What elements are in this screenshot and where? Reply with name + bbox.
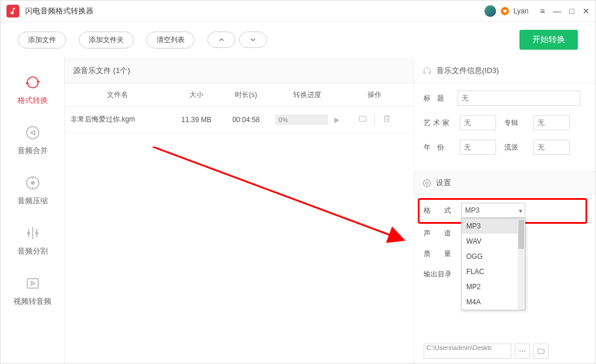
start-convert-button[interactable]: 开始转换 (519, 30, 578, 50)
label-output: 输出目录 (424, 269, 461, 279)
label-channel: 声 道 (424, 228, 461, 238)
play-icon[interactable]: ▶ (334, 116, 339, 124)
col-duration: 时长(s) (223, 90, 269, 100)
toolbar: 添加文件 添加文件夹 清空列表 开始转换 (1, 22, 595, 58)
sidebar-item-format-convert[interactable]: 格式转换 (1, 66, 64, 116)
clear-list-button[interactable]: 清空列表 (147, 32, 195, 48)
table-row[interactable]: 非常后悔爱过你.kgm 11.39 MB 00:04:58 0% ▶ (65, 107, 414, 133)
label-album: 专辑 (504, 118, 525, 128)
file-list-panel: 源音乐文件 (1个) 文件名 大小 时长(s) 转换进度 操作 非常后悔爱过你.… (65, 58, 414, 364)
cell-progress: 0% ▶ (269, 115, 345, 125)
col-size: 大小 (170, 90, 223, 100)
move-down-button[interactable] (239, 32, 267, 48)
settings-heading: 设置 (414, 171, 595, 195)
label-quality: 质 量 (424, 249, 461, 259)
dropdown-scrollbar[interactable] (518, 219, 525, 310)
output-path-field[interactable]: C:\Users\admin\Desktc (424, 344, 511, 359)
dropdown-option[interactable]: MP2 (462, 279, 525, 294)
label-year: 年 份 (424, 143, 452, 152)
menu-icon[interactable]: ≡ (540, 6, 545, 16)
gear-icon (422, 179, 431, 188)
avatar (484, 5, 496, 17)
sidebar-item-audio-compress[interactable]: 音频压缩 (1, 167, 64, 217)
format-select[interactable]: MP3 ▾ (461, 203, 525, 218)
cell-size: 11.39 MB (170, 116, 223, 124)
dropdown-option[interactable]: WAV (462, 234, 525, 249)
user-area[interactable]: Lyan (484, 5, 529, 17)
label-title: 标 题 (424, 93, 452, 103)
year-field[interactable] (460, 140, 496, 155)
maximize-icon[interactable]: □ (570, 6, 574, 16)
titlebar: 闪电音频格式转换器 Lyan ≡ — □ ✕ (1, 1, 595, 22)
cell-duration: 00:04:58 (223, 116, 269, 124)
sidebar-item-audio-split[interactable]: 音频分割 (1, 217, 64, 267)
svg-point-0 (26, 127, 39, 139)
delete-icon[interactable] (382, 114, 391, 125)
title-field[interactable] (458, 91, 580, 106)
col-operations: 操作 (345, 90, 404, 100)
label-artist: 艺术家 (424, 118, 452, 128)
svg-rect-5 (27, 279, 38, 288)
cell-filename: 非常后悔爱过你.kgm (65, 115, 170, 124)
dropdown-option[interactable]: FLAC (462, 264, 525, 279)
format-dropdown: MP3 WAV OGG FLAC MP2 M4A (461, 218, 525, 310)
dropdown-option[interactable]: MP3 (462, 219, 525, 234)
sidebar: 格式转换 音频合并 音频压缩 音频分割 视频转音频 (1, 58, 65, 364)
app-title: 闪电音频格式转换器 (25, 6, 484, 16)
svg-point-2 (31, 182, 34, 185)
browse-folder-icon[interactable] (533, 344, 549, 359)
dropdown-option[interactable]: M4A (462, 294, 525, 310)
file-list-header: 文件名 大小 时长(s) 转换进度 操作 (65, 84, 414, 107)
id3-heading: 音乐文件信息(ID3) (414, 58, 595, 84)
minimize-icon[interactable]: — (553, 6, 562, 16)
label-genre: 流派 (504, 143, 525, 152)
window-controls: ≡ — □ ✕ (540, 6, 590, 16)
file-list-heading: 源音乐文件 (1个) (65, 58, 414, 84)
album-field[interactable] (533, 115, 570, 130)
sidebar-item-audio-merge[interactable]: 音频合并 (1, 116, 64, 167)
add-folder-button[interactable]: 添加文件夹 (79, 32, 134, 48)
username: Lyan (514, 7, 529, 15)
move-up-button[interactable] (207, 32, 235, 48)
headphones-icon (422, 66, 432, 75)
right-panel: 音乐文件信息(ID3) 标 题 艺术家 专辑 年 份 流派 设置 (414, 58, 595, 364)
svg-point-6 (426, 182, 428, 184)
dropdown-option[interactable]: OGG (462, 249, 525, 264)
close-icon[interactable]: ✕ (583, 6, 590, 16)
add-file-button[interactable]: 添加文件 (18, 32, 66, 48)
col-progress: 转换进度 (269, 90, 345, 100)
sidebar-item-video-to-audio[interactable]: 视频转音频 (1, 267, 64, 317)
genre-field[interactable] (533, 140, 570, 155)
label-format: 格 式 (424, 206, 461, 216)
app-logo (6, 5, 19, 18)
vip-badge-icon (501, 7, 509, 15)
col-filename: 文件名 (65, 90, 170, 100)
open-folder-icon[interactable] (358, 114, 368, 125)
more-button[interactable]: ⋯ (515, 344, 530, 359)
chevron-down-icon: ▾ (519, 207, 522, 215)
cell-operations (345, 114, 404, 126)
artist-field[interactable] (460, 115, 496, 130)
